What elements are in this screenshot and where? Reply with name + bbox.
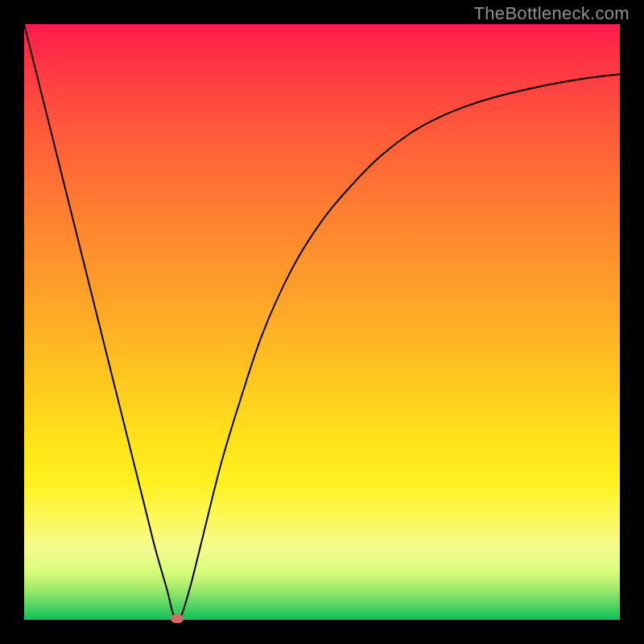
chart-frame: TheBottleneck.com xyxy=(0,0,644,644)
minimum-marker xyxy=(171,614,184,623)
plot-gradient-background xyxy=(24,24,620,620)
watermark-text: TheBottleneck.com xyxy=(474,3,630,24)
